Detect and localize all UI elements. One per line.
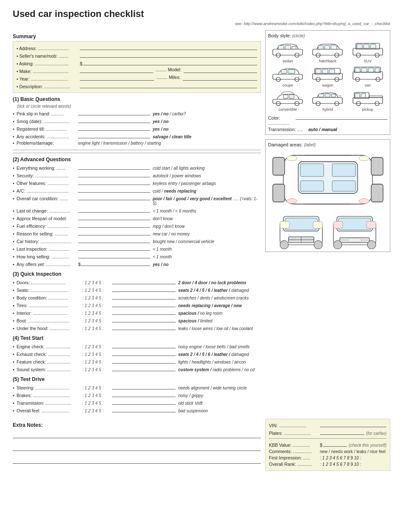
car-type-suv[interactable]: SUV — [348, 40, 387, 63]
summary-row-address: • Address: ......................... — [17, 44, 257, 51]
summary-field-asking[interactable] — [83, 59, 257, 65]
vin-kbb-note: (check this yourself) — [349, 443, 386, 448]
sedan-icon — [271, 40, 305, 59]
qi-options-body: scratches / dents / windscreen cracks — [178, 296, 249, 300]
qi-field-brakes[interactable] — [112, 392, 176, 397]
summary-row-year: • Year: .............................. .… — [17, 75, 257, 81]
q-options-history: bought new / commercial vehicle — [153, 239, 214, 244]
qi-field-tires[interactable] — [112, 302, 176, 307]
q-field-fuel[interactable] — [78, 222, 150, 228]
extra-notes-right: VIN: ...................... Plates: ....… — [265, 419, 390, 471]
svg-rect-66 — [273, 184, 285, 202]
qi-field-transmission[interactable] — [112, 399, 176, 405]
q-field-accidents[interactable] — [78, 133, 150, 138]
qi-rating-body: : 1 2 3 4 5 : — [82, 296, 112, 300]
car-type-coupe[interactable]: coupe — [268, 64, 307, 87]
qi-label-interior: Interior: ............................ — [17, 311, 82, 316]
q-field-inspection[interactable] — [78, 245, 150, 251]
note-line-2[interactable] — [13, 442, 261, 451]
vin-field-plates[interactable] — [320, 429, 364, 435]
qi-field-steering[interactable] — [112, 384, 176, 389]
summary-field-model[interactable] — [184, 67, 257, 73]
qi-options-steering: needs alignment / wide turning circle — [178, 386, 247, 390]
svg-rect-60 — [300, 164, 324, 176]
q-field-selling-time[interactable] — [78, 253, 150, 258]
q-options-pink-slip: yes / no / carfax? — [153, 112, 186, 116]
summary-field-address[interactable] — [80, 44, 257, 50]
svg-rect-0 — [273, 49, 302, 55]
qi-row-tires: • Tires: ...............................… — [13, 302, 261, 308]
qi-field-hood[interactable] — [112, 325, 176, 330]
qi-row-brakes: • Brakes: ..............................… — [13, 392, 261, 398]
note-line-1[interactable] — [13, 430, 261, 438]
q-field-features[interactable] — [78, 179, 150, 185]
q-row-registered: • Registered till: ................. yes… — [13, 125, 261, 132]
q-field-reason[interactable] — [78, 230, 150, 235]
vin-field-kbb[interactable] — [323, 441, 347, 447]
svg-rect-44 — [313, 98, 342, 104]
q-field-offers[interactable] — [81, 260, 150, 266]
qi-rating-boot: : 1 2 3 4 5 : — [82, 319, 112, 323]
q-options-problems: engine light / transmission / battery / … — [78, 141, 161, 146]
q-field-pink-slip[interactable] — [78, 110, 150, 115]
qi-options-engine: noisy engine / loose belts / bad smells — [178, 344, 249, 349]
qi-label-doors: Doors: ............................ — [17, 280, 82, 285]
car-type-sedan[interactable]: sedan — [268, 40, 307, 63]
qi-field-feature-check[interactable] — [112, 358, 176, 364]
qi-field-engine[interactable] — [112, 343, 176, 348]
q-field-history[interactable] — [78, 238, 150, 243]
summary-field-desc[interactable] — [80, 82, 257, 88]
vin-impression-rating: : 1 2 3 4 5 6 7 8 9 10 : — [320, 456, 361, 460]
car-type-pickup[interactable]: pickup — [348, 88, 387, 112]
summary-field-miles[interactable] — [183, 75, 257, 81]
qi-label-feature-check: Feature check: ................... — [17, 359, 82, 364]
vin-field-vin[interactable] — [320, 422, 386, 427]
svg-rect-89 — [333, 221, 343, 228]
q-row-features: • Other features: ................. keyl… — [13, 179, 261, 186]
vin-row-kbb: KBB Value: .............. $ (check this … — [269, 441, 386, 448]
svg-rect-43 — [289, 95, 294, 98]
q-field-registered[interactable] — [78, 125, 150, 131]
qi-field-sound[interactable] — [112, 366, 176, 371]
q-options-smog: yes / no — [153, 119, 168, 124]
q-field-ac[interactable] — [78, 187, 150, 193]
summary-label-desc: • Description: ..................... — [17, 84, 78, 89]
car-type-hatchback[interactable]: hatchback — [308, 40, 347, 63]
qi-field-body[interactable] — [112, 294, 176, 300]
car-type-wagon[interactable]: wagon — [308, 64, 347, 87]
qi-field-feel[interactable] — [112, 407, 176, 412]
q-options-accidents: salvage / clean title — [153, 134, 191, 139]
car-type-hybrid[interactable]: H hybrid — [308, 88, 347, 112]
car-type-van[interactable]: van — [348, 64, 387, 87]
vin-label-impression: First Impression: ...... — [269, 455, 320, 460]
q-field-condition[interactable] — [78, 195, 150, 200]
svg-rect-38 — [375, 68, 379, 72]
q-field-everything[interactable] — [78, 164, 150, 170]
qi-rating-brakes: : 1 2 3 4 5 : — [82, 393, 112, 398]
q-options-offers: yes / no — [153, 262, 168, 267]
qi-label-brakes: Brakes: .............................. — [17, 393, 82, 398]
summary-field-year[interactable] — [80, 75, 154, 81]
q-row-oil: • Last oil change: ................. < 1… — [13, 207, 261, 213]
summary-field-make[interactable] — [80, 67, 153, 73]
qi-field-exhaust[interactable] — [112, 350, 176, 356]
q-row-everything: • Everything working: ....... cold start… — [13, 164, 261, 171]
qi-field-boot[interactable] — [112, 317, 176, 322]
car-label-suv: SUV — [364, 59, 372, 63]
car-label-hatchback: hatchback — [319, 59, 336, 63]
note-line-3[interactable] — [13, 455, 261, 464]
car-type-convertible[interactable]: convertible — [268, 88, 307, 112]
q-field-oil[interactable] — [78, 207, 150, 213]
svg-rect-19 — [273, 74, 302, 79]
q-field-security[interactable] — [78, 172, 150, 177]
q-field-smog[interactable] — [78, 118, 150, 123]
q-options-everything: cold start / all lights working — [153, 166, 204, 171]
svg-rect-53 — [369, 96, 383, 98]
qi-field-seats[interactable] — [112, 286, 176, 292]
svg-rect-49 — [331, 94, 336, 97]
qi-field-doors[interactable] — [112, 279, 176, 284]
color-field[interactable] — [296, 114, 387, 120]
q-field-lifespan[interactable] — [78, 215, 150, 220]
summary-field-seller[interactable] — [80, 52, 257, 58]
qi-field-interior[interactable] — [112, 309, 176, 315]
